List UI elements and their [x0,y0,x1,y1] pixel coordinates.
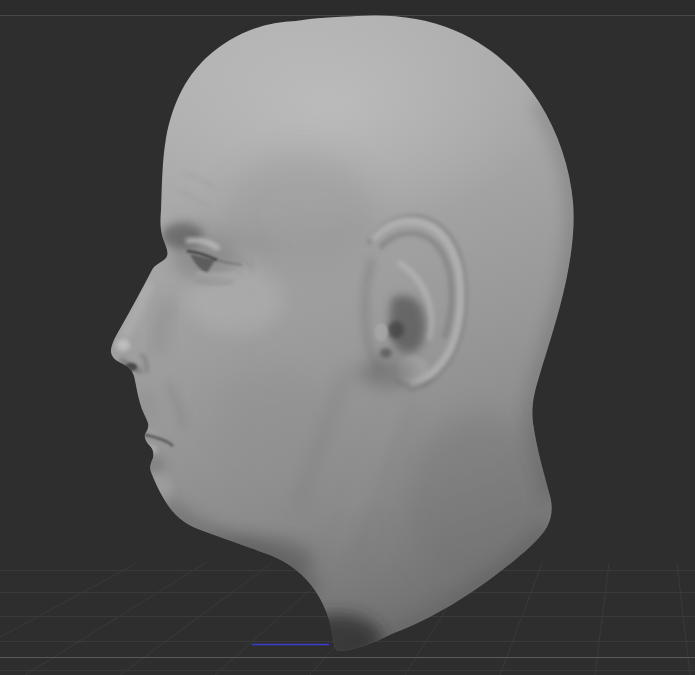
viewport-render[interactable] [0,0,695,675]
viewport-top-strip [0,0,695,15]
viewport-canvas[interactable] [0,0,695,675]
